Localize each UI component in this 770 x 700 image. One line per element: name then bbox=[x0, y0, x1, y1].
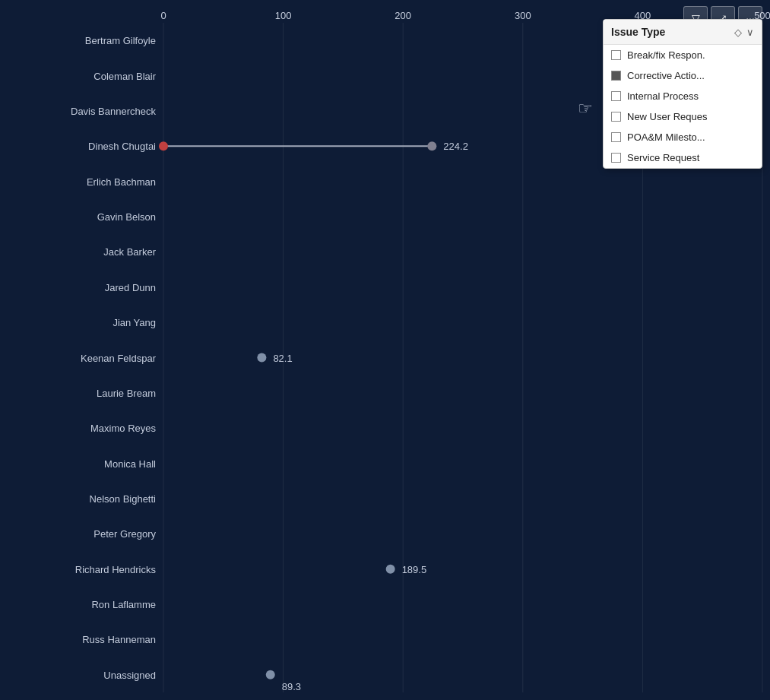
y-label: Monica Hall bbox=[104, 458, 156, 470]
checkbox-2[interactable] bbox=[611, 91, 621, 101]
y-label: Bertram Gilfoyle bbox=[85, 35, 156, 46]
y-label: Nelson Bighetti bbox=[90, 493, 157, 505]
dinesh-end-dot bbox=[427, 141, 436, 150]
y-label: Ron Laflamme bbox=[91, 599, 156, 610]
dropdown-item[interactable]: Break/fix Respon. bbox=[604, 45, 762, 65]
clear-filter-icon[interactable]: ◇ bbox=[734, 27, 742, 38]
svg-text:200: 200 bbox=[395, 10, 411, 21]
y-label: Dinesh Chugtai bbox=[88, 141, 156, 152]
dropdown-title: Issue Type bbox=[611, 26, 734, 38]
checkbox-3[interactable] bbox=[611, 112, 621, 122]
dropdown-item-label: Internal Process bbox=[627, 90, 699, 102]
y-label: Keenan Feldspar bbox=[81, 353, 157, 364]
y-label: Jared Dunn bbox=[105, 282, 156, 293]
y-label: Coleman Blair bbox=[93, 71, 156, 82]
dropdown-item-label: New User Reques bbox=[627, 111, 708, 122]
dropdown-header: Issue Type ◇ ∨ bbox=[604, 20, 762, 45]
checkbox-5[interactable] bbox=[611, 153, 621, 163]
dropdown-item[interactable]: Service Request bbox=[604, 147, 762, 168]
y-label: Davis Bannercheck bbox=[71, 106, 156, 117]
svg-text:0: 0 bbox=[160, 10, 166, 21]
dropdown-item[interactable]: New User Reques bbox=[604, 106, 762, 127]
y-label: Gavin Belson bbox=[97, 211, 156, 223]
chart-container: ▽ ⤢ ··· Issue Type ◇ ∨ Break/fix Respon.… bbox=[0, 0, 770, 700]
svg-text:224.2: 224.2 bbox=[443, 141, 468, 152]
dropdown-panel: Issue Type ◇ ∨ Break/fix Respon.Correcti… bbox=[603, 19, 762, 169]
keenan-dot bbox=[257, 353, 266, 363]
dropdown-items-list: Break/fix Respon.Corrective Actio...Inte… bbox=[604, 45, 762, 168]
chevron-down-icon[interactable]: ∨ bbox=[746, 27, 754, 38]
dropdown-item[interactable]: Internal Process bbox=[604, 86, 762, 106]
svg-text:189.5: 189.5 bbox=[402, 564, 427, 575]
y-label: Erlich Bachman bbox=[87, 176, 156, 188]
y-label: Maximo Reyes bbox=[90, 423, 156, 434]
y-label: Russ Hanneman bbox=[82, 634, 156, 645]
richard-dot bbox=[386, 565, 395, 574]
dinesh-start-dot bbox=[159, 141, 168, 150]
svg-text:100: 100 bbox=[275, 10, 292, 21]
checkbox-1[interactable] bbox=[611, 71, 621, 81]
y-label: Unassigned bbox=[103, 670, 156, 681]
unassigned-dot bbox=[266, 670, 275, 679]
y-label: Peter Gregory bbox=[93, 528, 156, 540]
dropdown-item-label: Corrective Actio... bbox=[627, 70, 705, 81]
y-label: Laurie Bream bbox=[97, 388, 156, 399]
dropdown-item-label: Service Request bbox=[627, 152, 699, 163]
y-label: Jian Yang bbox=[112, 317, 156, 328]
y-label: Jack Barker bbox=[103, 246, 156, 258]
checkbox-0[interactable] bbox=[611, 50, 621, 60]
svg-text:300: 300 bbox=[515, 10, 531, 21]
dropdown-item-label: Break/fix Respon. bbox=[627, 49, 705, 61]
dropdown-item-label: POA&M Milesto... bbox=[627, 131, 705, 143]
svg-text:89.3: 89.3 bbox=[282, 681, 301, 692]
dropdown-item[interactable]: Corrective Actio... bbox=[604, 65, 762, 86]
dropdown-item[interactable]: POA&M Milesto... bbox=[604, 127, 762, 147]
svg-text:82.1: 82.1 bbox=[273, 353, 292, 364]
dropdown-icons: ◇ ∨ bbox=[734, 27, 754, 38]
checkbox-4[interactable] bbox=[611, 132, 621, 142]
y-label: Richard Hendricks bbox=[75, 564, 157, 575]
